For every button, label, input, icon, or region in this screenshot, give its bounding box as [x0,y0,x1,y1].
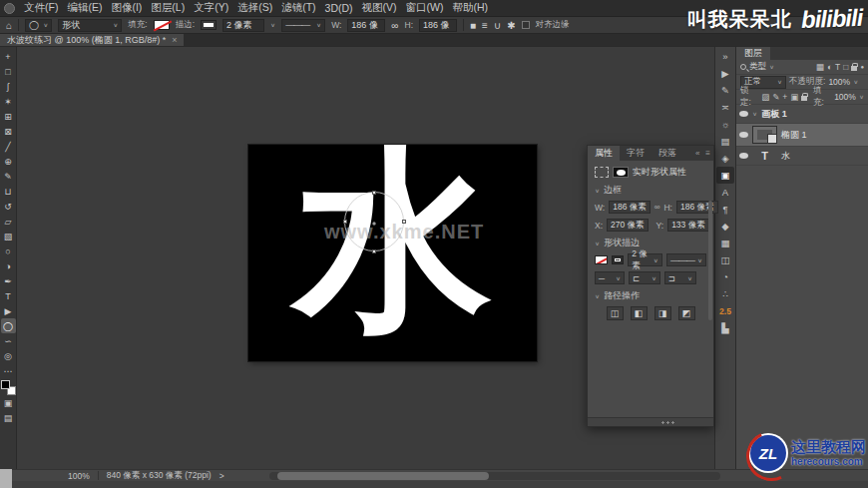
paragraph-panel-icon[interactable]: ¶ [716,201,734,218]
chevron-down-icon[interactable]: ∨ [853,79,858,85]
filter-type-icon[interactable]: T [835,62,840,72]
chevron-down-icon[interactable]: ∨ [859,94,864,100]
foreground-color-swatch[interactable] [1,380,10,389]
magic-wand-tool[interactable]: ✶ [1,94,16,109]
clone-stamp-tool[interactable]: ⊔ [1,184,16,199]
lock-pixels-icon[interactable]: ✎ [772,92,779,102]
collapse-panels-icon[interactable]: » [716,48,734,65]
lasso-tool[interactable]: ʃ [1,79,16,94]
layer-row-ellipse[interactable]: 椭圆 1 [736,124,868,147]
path-alignment-icon[interactable]: ≡ [482,20,488,31]
blur-tool[interactable]: ○ [1,244,16,258]
layer-name[interactable]: 水 [781,150,790,163]
stroke-type-select[interactable]: ——— ∨ [666,253,706,266]
stroke-type-select[interactable]: ——— ∨ [281,19,325,32]
filter-smart-object-icon[interactable] [851,66,857,71]
more-panels-icon[interactable]: ∴ [716,285,734,302]
libraries-panel-icon[interactable]: ▤ [716,133,734,150]
app-icon[interactable] [4,3,15,14]
tab-layers[interactable]: 图层 [736,47,770,60]
stroke-corner-select[interactable]: ⊐ ∨ [664,271,696,284]
shape-height-field[interactable]: 186 像 [419,19,457,32]
panel-scrollbar[interactable] [708,201,712,320]
width-field[interactable]: 186 像素 [609,201,651,214]
subtract-shape-button[interactable]: ◧ [631,306,648,320]
anchor-point-bottom[interactable] [372,249,376,253]
quick-mask-button[interactable]: ▣ [1,395,16,410]
zoom-tool[interactable]: ◎ [1,348,16,363]
chevron-down-icon[interactable]: ∨ [769,64,774,70]
tab-character[interactable]: 字符 [620,146,651,161]
fill-value[interactable]: 100% [834,92,856,102]
actions-panel-icon[interactable]: ▶ [716,65,734,82]
document-tab[interactable]: 水波纹练习 @ 100% (椭圆 1, RGB/8#) * × [0,34,184,46]
x-field[interactable]: 270 像素 [607,219,649,232]
stroke-width-field[interactable]: 2 像素 [222,19,264,32]
eyedropper-tool[interactable]: ╱ [1,139,16,154]
menu-filter[interactable]: 滤镜(T) [281,1,315,15]
layer-row-text[interactable]: T 水 [736,147,868,166]
filter-type-select[interactable]: 类型 [749,61,766,73]
timeline-panel-icon[interactable]: ◔ [716,268,734,285]
stroke-width-select[interactable]: 2 像素 ∨ [628,253,662,266]
lock-artboard-icon[interactable]: ▣ [790,92,798,102]
intersect-shape-button[interactable]: ◨ [654,306,671,320]
more-tools-button[interactable]: ⋯ [1,363,16,378]
link-dimensions-icon[interactable]: ∞ [654,203,660,212]
filter-shape-icon[interactable]: □ [843,62,848,72]
close-icon[interactable]: × [172,35,177,45]
stroke-cap-select[interactable]: ⊏ ∨ [629,271,660,284]
ellipse-shape-tool[interactable]: ◯ [1,318,16,333]
combine-shapes-button[interactable]: ◫ [607,306,624,320]
character-panel-icon[interactable]: A [716,184,734,201]
stroke-swatch[interactable] [612,255,625,264]
section-transform[interactable]: ∨ 边框 [595,184,706,197]
filter-adjustment-icon[interactable]: ◐ [827,62,832,72]
gradient-tool[interactable]: ▧ [1,229,16,244]
panel-resize-bar[interactable] [588,417,713,426]
lock-position-icon[interactable]: + [782,92,787,102]
frame-tool[interactable]: ⊠ [1,124,16,139]
layer-name[interactable]: 椭圆 1 [781,129,807,142]
menu-view[interactable]: 视图(V) [362,1,397,15]
lock-transparency-icon[interactable]: ▨ [761,92,769,102]
histogram-panel-icon[interactable]: ◫ [716,251,734,268]
marquee-tool[interactable]: □ [1,64,16,79]
filter-pixel-icon[interactable]: ▦ [816,62,824,72]
brush-tool[interactable]: ✎ [1,169,16,184]
stroke-swatch[interactable] [201,20,217,30]
eraser-tool[interactable]: ▱ [1,214,16,229]
menu-select[interactable]: 选择(S) [237,1,272,15]
lock-all-icon[interactable] [801,96,807,101]
plugin-boot-panel-icon[interactable]: ▙ [716,319,734,336]
menu-window[interactable]: 窗口(W) [406,1,444,15]
layer-name[interactable]: 画板 1 [761,108,787,121]
fill-swatch[interactable] [595,255,608,264]
path-operations-icon[interactable]: ■ [470,20,476,31]
section-stroke[interactable]: ∨ 形状描边 [595,237,706,249]
document-canvas[interactable]: 水 www.xkme.NET [248,145,537,361]
chevron-down-icon[interactable]: ∨ [270,22,275,28]
fill-swatch[interactable] [154,20,170,30]
visibility-eye-icon[interactable] [739,111,748,117]
filter-pin-icon[interactable]: ● [860,64,864,70]
brush-settings-panel-icon[interactable]: ✎ [716,82,734,99]
visibility-eye-icon[interactable] [739,132,748,138]
zoom-level-field[interactable]: 100% [68,471,90,481]
menu-help[interactable]: 帮助(H) [453,1,489,15]
move-tool[interactable]: + [1,49,16,64]
layer-thumbnail[interactable] [752,126,777,144]
properties-panel-icon[interactable]: ▣ [716,167,734,184]
exclude-shape-button[interactable]: ◩ [678,306,695,320]
tool-preset-picker[interactable]: ◯ ∨ [25,19,52,32]
dodge-tool[interactable]: ◑ [1,258,16,273]
dashboard-panel-icon[interactable]: ☼ [716,116,734,133]
tab-paragraph[interactable]: 段落 [651,146,683,161]
type-tool[interactable]: T [1,288,16,303]
link-dimensions-icon[interactable]: ∞ [391,20,398,31]
opacity-value[interactable]: 100% [828,77,850,87]
section-path-operations[interactable]: ∨ 路径操作 [595,289,706,302]
pen-tool[interactable]: ✒ [1,273,16,288]
menu-type[interactable]: 文字(Y) [194,1,228,15]
stroke-align-select[interactable]: ─ ∨ [595,271,625,284]
